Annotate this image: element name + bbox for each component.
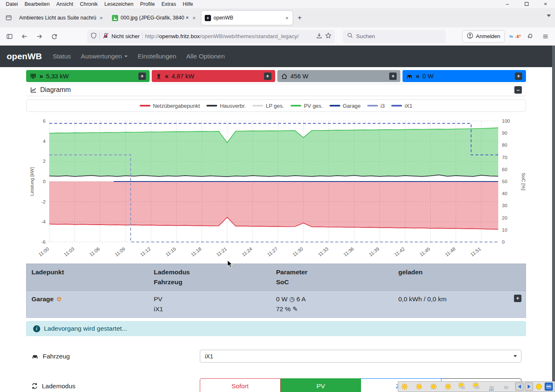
- info-icon: i: [33, 325, 40, 332]
- grid-power-badge: « 4,87 kW +: [152, 70, 275, 82]
- legend-item[interactable]: PV ges.: [291, 103, 323, 109]
- arrow-left-icon: [518, 385, 521, 389]
- soc-edit-icon[interactable]: ✎: [293, 305, 298, 312]
- save-page-icon[interactable]: [316, 32, 322, 41]
- extensions-puzzle-icon[interactable]: [524, 30, 537, 43]
- menu-item-bearbeiten[interactable]: Bearbeiten: [21, 1, 53, 7]
- bookmark-star-icon[interactable]: [325, 32, 332, 41]
- nav-alle-optionen[interactable]: Alle Optionen: [181, 53, 230, 60]
- tab-close-icon[interactable]: ×: [99, 15, 104, 21]
- tracking-shield-icon[interactable]: [90, 32, 97, 41]
- chargepoint-badge-expand-button[interactable]: +: [515, 73, 522, 80]
- col-parameter: Parameter: [276, 267, 398, 277]
- weather-extension-button[interactable]: -6°: [507, 33, 522, 39]
- legend-item[interactable]: iX1: [391, 103, 412, 109]
- plug-icon: [56, 296, 62, 302]
- window-controls: – ×: [498, 0, 555, 8]
- weather-sun-cloud-icon: [458, 382, 467, 391]
- sidebar-toggle-icon[interactable]: [3, 30, 16, 43]
- tab-close-icon[interactable]: ×: [191, 15, 196, 21]
- svg-text:-4: -4: [41, 219, 46, 224]
- hamburger-menu-icon[interactable]: [539, 30, 552, 43]
- menu-item-ansicht[interactable]: Ansicht: [53, 1, 77, 7]
- weather-prev-button[interactable]: [515, 382, 523, 391]
- menu-item-lesezeichen[interactable]: Lesezeichen: [101, 1, 137, 7]
- back-icon[interactable]: [18, 30, 31, 43]
- nav-auswertungen[interactable]: Auswertungen: [76, 53, 133, 60]
- row-mode: PV: [154, 294, 276, 304]
- house-badge-expand-button[interactable]: +: [389, 73, 397, 80]
- nav-status[interactable]: Status: [48, 53, 76, 60]
- svg-text:60: 60: [502, 167, 507, 172]
- legend-item[interactable]: i3: [367, 103, 385, 109]
- vehicle-select[interactable]: iX1: [200, 350, 521, 363]
- legend-item[interactable]: Garage: [330, 103, 361, 109]
- weather-forecast-icons: [400, 382, 514, 391]
- legend-item[interactable]: Hausverbr.: [206, 103, 246, 109]
- forward-icon[interactable]: [33, 30, 46, 43]
- charge-start-alert: i Ladevorgang wird gestartet...: [26, 321, 526, 336]
- url-text[interactable]: http://openwb.fritz.box/openWB/web/theme…: [145, 33, 313, 39]
- grid-power-value: 4,87 kW: [172, 73, 194, 80]
- signin-label: Anmelden: [476, 33, 500, 39]
- mode-pv-button[interactable]: PV: [281, 378, 361, 392]
- tab-close-icon[interactable]: ×: [284, 15, 289, 21]
- menu-item-chronik[interactable]: Chronik: [77, 1, 101, 7]
- scrollbar[interactable]: [552, 46, 555, 392]
- openwb-brand[interactable]: openWB: [7, 51, 42, 61]
- list-all-tabs-chevron-icon[interactable]: [547, 15, 551, 17]
- signin-button[interactable]: Anmelden: [462, 30, 505, 43]
- nav-einstellungen[interactable]: Einstellungen: [133, 53, 181, 60]
- weather-forecast-cell: [473, 382, 482, 391]
- timer-icon: ◷: [289, 295, 295, 302]
- account-icon: [467, 32, 473, 40]
- url-bar[interactable]: Nicht sicher http://openwb.fritz.box/ope…: [87, 30, 335, 43]
- divider: [142, 33, 143, 40]
- openwb-page: openWB Status Auswertungen Einstellungen…: [0, 46, 552, 392]
- grid-badge-expand-button[interactable]: +: [264, 73, 271, 80]
- search-input[interactable]: [356, 33, 441, 39]
- row-power: 0 W: [276, 295, 288, 302]
- chargepoint-row-garage[interactable]: Garage PViX1 0 W ◷ 6 A 72 % ✎ 0,0 kWh / …: [26, 291, 526, 318]
- menu-item-hilfe[interactable]: Hilfe: [179, 1, 196, 7]
- svg-text:100: 100: [502, 119, 510, 123]
- svg-text:2: 2: [43, 159, 46, 164]
- svg-text:-6: -6: [41, 240, 46, 244]
- cloud-icon: [508, 33, 514, 39]
- svg-text:11:36: 11:36: [342, 246, 354, 257]
- reload-icon[interactable]: [48, 30, 61, 43]
- maximize-button[interactable]: [517, 0, 536, 8]
- menu-item-profile[interactable]: Profile: [137, 1, 158, 7]
- col-lademodus: Lademodus: [154, 267, 276, 277]
- search-icon: [347, 32, 353, 40]
- weather-sun-icon: [444, 382, 453, 391]
- collapse-panel-button[interactable]: −: [514, 86, 522, 94]
- insecure-lock-icon[interactable]: [102, 32, 109, 41]
- alert-text: Ladevorgang wird gestartet...: [44, 325, 127, 332]
- taskbar-app-icon[interactable]: [545, 382, 553, 391]
- minimize-button[interactable]: –: [498, 0, 517, 8]
- pv-badge-expand-button[interactable]: +: [138, 73, 146, 80]
- svg-text:0: 0: [502, 240, 504, 244]
- tab-2[interactable]: 000.jpg (JPEG-Grafik, 3840 × 21 ×: [109, 11, 200, 25]
- weather-cloud-icon: [502, 382, 511, 391]
- new-tab-button[interactable]: +: [293, 14, 306, 22]
- flow-right-icon: »: [39, 73, 43, 80]
- legend-item[interactable]: Netzübergabepunkt: [140, 103, 200, 109]
- chargepoint-expand-button[interactable]: +: [514, 295, 521, 302]
- menu-item-datei[interactable]: Datei: [2, 1, 21, 7]
- svg-text:11:48: 11:48: [444, 246, 456, 257]
- menu-item-extras[interactable]: Extras: [158, 1, 179, 7]
- search-bar[interactable]: [343, 30, 446, 43]
- tab-1[interactable]: Ambientes Licht aus Suite nachrüste ×: [16, 11, 107, 25]
- close-button[interactable]: ×: [536, 0, 555, 8]
- mode-sofort-button[interactable]: Sofort: [200, 378, 281, 392]
- tab-3-openwb[interactable]: openWB ×: [201, 11, 293, 25]
- diagram-panel-header[interactable]: Diagramm −: [26, 84, 526, 96]
- chargepoint-power-badge: « 0 W +: [402, 70, 526, 82]
- row-soc: 72 %: [276, 305, 291, 312]
- weather-next-button[interactable]: [525, 382, 533, 391]
- firefox-view-icon[interactable]: [2, 12, 15, 24]
- svg-text:70: 70: [502, 155, 507, 160]
- legend-item[interactable]: LP ges.: [252, 103, 284, 109]
